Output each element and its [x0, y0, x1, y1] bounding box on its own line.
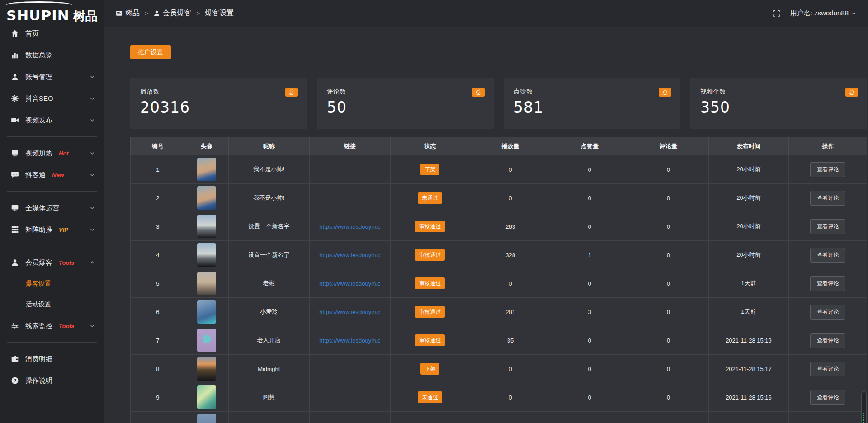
- grid-icon: [11, 226, 19, 234]
- video-icon: [11, 116, 19, 124]
- cell-comments: 0: [628, 184, 709, 212]
- sidebar-item-data-overview[interactable]: 数据总览: [0, 44, 104, 66]
- view-comments-button[interactable]: 查看评论: [810, 333, 845, 348]
- breadcrumb-item: 爆客设置: [205, 9, 234, 18]
- user-icon: [11, 258, 19, 267]
- video-link[interactable]: https://www.iesdouyin.c: [319, 252, 380, 258]
- sidebar: SHUPIN 树品 首页数据总览账号管理抖音SEO视频发布视频加热Hot抖客通N…: [0, 0, 104, 423]
- wallet-icon: [11, 355, 19, 363]
- avatar: [197, 272, 216, 295]
- chevron-down-icon: [90, 96, 95, 101]
- avatar: [197, 243, 216, 267]
- sidebar-item-clue-monitor[interactable]: 线索监控Tools: [0, 315, 104, 337]
- sidebar-item-tag: VIP: [59, 226, 68, 233]
- stat-value: 20316: [140, 100, 298, 115]
- sidebar-item-video-publish[interactable]: 视频发布: [0, 109, 104, 131]
- stat-label: 点赞数: [514, 88, 533, 96]
- cell-action: [789, 412, 867, 423]
- stat-label: 视频个数: [700, 88, 726, 96]
- sidebar-item-media-ops[interactable]: 全媒体运营: [0, 197, 104, 219]
- board-icon: [11, 149, 19, 157]
- cell-likes: 0: [551, 184, 628, 212]
- cell-id: 3: [131, 212, 185, 241]
- sidebar-item-douyin-seo[interactable]: 抖音SEO: [0, 88, 104, 109]
- scrollbar[interactable]: [861, 391, 867, 423]
- view-comments-button[interactable]: 查看评论: [810, 276, 845, 291]
- gear-icon: [11, 94, 19, 103]
- stat-card: 视频个数总350: [690, 78, 867, 129]
- view-comments-button[interactable]: 查看评论: [810, 362, 845, 376]
- video-link[interactable]: https://www.iesdouyin.c: [319, 337, 380, 344]
- cell-id: [131, 412, 185, 423]
- status-badge: 未通过: [418, 192, 442, 204]
- cell-avatar: [185, 184, 228, 212]
- view-comments-button[interactable]: 查看评论: [810, 305, 845, 320]
- total-badge: 总: [659, 88, 671, 97]
- scrollbar-thumb[interactable]: [863, 413, 864, 423]
- column-header: 昵称: [228, 137, 309, 155]
- cell-link: https://www.iesdouyin.c: [309, 212, 390, 241]
- video-link[interactable]: https://www.iesdouyin.c: [319, 223, 380, 230]
- cell-publish-time: 2021-11-28 15:16: [708, 383, 789, 412]
- cell-nickname: [228, 412, 309, 423]
- video-link[interactable]: https://www.iesdouyin.c: [319, 280, 380, 287]
- sidebar-item-tag: Tools: [59, 323, 74, 329]
- sidebar-subitem-activity-settings[interactable]: 活动设置: [0, 294, 104, 315]
- cell-likes: [551, 412, 628, 423]
- view-comments-button[interactable]: 查看评论: [810, 162, 845, 177]
- sidebar-item-label: 全媒体运营: [25, 204, 59, 212]
- sidebar-subitem-baoke-settings[interactable]: 爆客设置: [0, 273, 104, 294]
- column-header: 操作: [789, 137, 867, 155]
- sidebar-item-home[interactable]: 首页: [0, 23, 104, 44]
- cell-publish-time: 1天前: [708, 269, 789, 298]
- cell-nickname: 小爱玲: [228, 298, 309, 326]
- chevron-down-icon: [90, 205, 95, 211]
- view-comments-button[interactable]: 查看评论: [810, 390, 845, 405]
- stat-card: 播放数总20316: [130, 78, 307, 129]
- cell-comments: 0: [628, 355, 709, 383]
- cell-publish-time: 2021-11-28 15:17: [708, 355, 789, 383]
- view-comments-button[interactable]: 查看评论: [810, 191, 845, 206]
- sidebar-item-account-manage[interactable]: 账号管理: [0, 66, 104, 88]
- sidebar-item-help[interactable]: ?操作说明: [0, 370, 104, 391]
- status-badge: 未通过: [418, 391, 442, 403]
- sidebar-item-video-heat[interactable]: 视频加热Hot: [0, 142, 104, 164]
- breadcrumb-item[interactable]: 会员爆客: [153, 9, 192, 18]
- fullscreen-icon[interactable]: [773, 9, 780, 17]
- main-area: 树品>会员爆客>爆客设置 用户名: zswodun88 推广设置 播放数总203…: [104, 0, 868, 423]
- topbar: 树品>会员爆客>爆客设置 用户名: zswodun88: [104, 0, 868, 27]
- user-menu[interactable]: 用户名: zswodun88: [790, 9, 856, 18]
- brand-logo[interactable]: SHUPIN 树品: [0, 0, 104, 23]
- promotion-settings-button[interactable]: 推广设置: [130, 45, 171, 59]
- sidebar-item-label: 视频加热: [25, 149, 52, 158]
- monitor-icon: [11, 204, 19, 212]
- cell-link: https://www.iesdouyin.c: [309, 326, 390, 355]
- sidebar-item-consume-detail[interactable]: 消费明细: [0, 348, 104, 370]
- view-comments-button[interactable]: 查看评论: [810, 219, 845, 234]
- cell-link: https://www.iesdouyin.c: [309, 298, 390, 326]
- sidebar-item-douketong[interactable]: 抖客通New: [0, 164, 104, 186]
- avatar: [197, 300, 216, 324]
- sidebar-divider: [7, 191, 97, 192]
- cell-avatar: [185, 298, 228, 326]
- sidebar-item-matrix-boost[interactable]: 矩阵助推VIP: [0, 219, 104, 240]
- cell-avatar: [185, 326, 228, 355]
- view-comments-button[interactable]: 查看评论: [810, 248, 845, 263]
- cell-plays: 0: [470, 155, 551, 184]
- cell-likes: 0: [551, 355, 628, 383]
- cell-plays: 0: [470, 383, 551, 412]
- video-link[interactable]: https://www.iesdouyin.c: [319, 309, 380, 315]
- chevron-down-icon: [90, 227, 95, 232]
- avatar: [197, 329, 216, 352]
- cell-plays: 328: [470, 241, 551, 269]
- cell-link: https://www.iesdouyin.c: [309, 241, 390, 269]
- topbar-right: 用户名: zswodun88: [773, 9, 856, 18]
- table-row: 5老彬https://www.iesdouyin.c审核通过0001天前查看评论: [131, 269, 867, 298]
- cell-action: 查看评论: [789, 298, 867, 326]
- column-header: 发布时间: [708, 137, 789, 155]
- cell-publish-time: 20小时前: [708, 212, 789, 241]
- table-row: 6小爱玲https://www.iesdouyin.c审核通过281301天前查…: [131, 298, 867, 326]
- breadcrumb-item[interactable]: 树品: [116, 9, 140, 18]
- sidebar-item-member-baoke[interactable]: 会员爆客Tools: [0, 252, 104, 273]
- sidebar-item-label: 矩阵助推: [25, 226, 52, 234]
